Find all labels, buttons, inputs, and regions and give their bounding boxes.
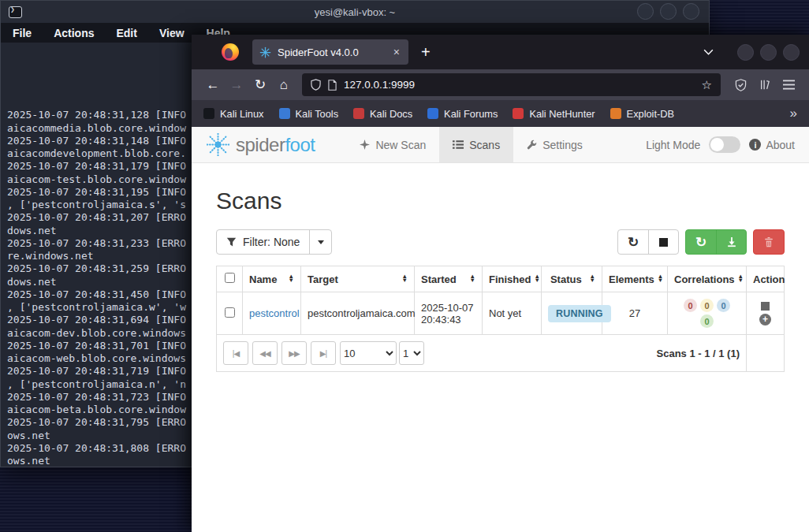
tab-list-chevron-icon[interactable] [703, 49, 714, 55]
column-header-finished[interactable]: Finished [489, 273, 531, 285]
logo-text-foot: foot [285, 134, 315, 155]
terminal-menu-item[interactable]: View [159, 27, 185, 39]
export-scans-button[interactable] [716, 230, 746, 254]
bookmark-label: Kali Docs [370, 108, 412, 120]
nav-settings[interactable]: Settings [513, 127, 596, 162]
terminal-maximize-button[interactable] [660, 3, 677, 20]
scan-name-link[interactable]: pestcontrol [249, 307, 300, 319]
browser-minimize-button[interactable] [737, 44, 754, 61]
filter-button[interactable]: Filter: None [216, 229, 332, 255]
page-size-select[interactable]: 10 [340, 341, 397, 365]
page-title: Scans [216, 188, 785, 214]
spiderfoot-navbar: spiderfoot New Scan Scans Settings [192, 127, 809, 163]
bookmark-item[interactable]: Exploit-DB [610, 108, 674, 120]
terminal-window-controls [637, 3, 699, 20]
browser-close-button[interactable] [783, 44, 800, 61]
delete-scans-button[interactable] [753, 229, 785, 255]
column-header-correlations[interactable]: Correlations [674, 273, 735, 285]
tab-close-icon[interactable]: × [392, 46, 401, 58]
select-all-checkbox[interactable] [225, 273, 235, 283]
terminal-menu-item[interactable]: Actions [54, 27, 94, 39]
column-header-status[interactable]: Status [550, 273, 582, 285]
shield-check-icon[interactable] [735, 79, 747, 91]
download-icon [726, 236, 737, 247]
browser-tab-bar: SpiderFoot v4.0.0 × + [192, 35, 809, 69]
page-select[interactable]: 1 [399, 341, 424, 365]
shield-icon[interactable] [311, 79, 321, 91]
row-checkbox[interactable] [225, 307, 235, 318]
rerun-scan-button[interactable]: + [759, 314, 771, 326]
column-header-started[interactable]: Started [421, 273, 457, 285]
terminal-titlebar[interactable]: yesi@kali-vbox: ~ [1, 1, 709, 23]
filter-label: Filter: None [243, 236, 300, 248]
sort-icon[interactable]: ▲▼ [531, 275, 539, 282]
refresh-scans-button[interactable]: ↻ [618, 230, 648, 254]
sort-icon[interactable]: ▲▼ [399, 275, 408, 282]
menu-hamburger-icon[interactable] [783, 80, 795, 90]
url-text[interactable]: 127.0.0.1:9999 [344, 79, 415, 91]
bookmark-item[interactable]: Kali Tools [279, 108, 339, 120]
new-tab-button[interactable]: + [421, 43, 431, 61]
sort-icon[interactable]: ▲▼ [654, 275, 663, 282]
back-button[interactable]: ← [201, 78, 225, 91]
bookmarks-list: Kali Linux Kali Tools Kali Docs [203, 108, 674, 120]
scan-elements-count: 27 [602, 292, 668, 335]
filter-dropdown-toggle[interactable] [309, 230, 331, 254]
terminal-close-button[interactable] [683, 3, 699, 20]
bookmark-item[interactable]: Kali NetHunter [513, 108, 595, 120]
rerun-export-group: ↻ [685, 229, 747, 255]
home-button[interactable]: ⌂ [272, 78, 296, 91]
settings-wrench-icon [527, 140, 537, 150]
nav-scans-label: Scans [469, 139, 500, 151]
browser-tab[interactable]: SpiderFoot v4.0.0 × [252, 39, 408, 65]
last-page-button[interactable]: ▶| [311, 341, 336, 365]
filter-button-main[interactable]: Filter: None [217, 230, 309, 254]
browser-window-controls [737, 44, 800, 61]
light-mode-toggle[interactable] [709, 136, 740, 153]
column-header-name[interactable]: Name [249, 273, 277, 285]
navbar-right: Light Mode i About [646, 127, 809, 162]
rerun-scans-button[interactable]: ↻ [686, 230, 716, 254]
first-page-button[interactable]: |◀ [223, 341, 248, 365]
sort-icon[interactable]: ▲▼ [285, 275, 294, 282]
bookmark-star-icon[interactable]: ☆ [702, 78, 712, 92]
page-info-icon[interactable] [328, 80, 337, 91]
column-header-elements[interactable]: Elements [609, 273, 654, 285]
stop-icon [659, 238, 668, 247]
library-icon[interactable] [759, 79, 770, 91]
about-link[interactable]: i About [749, 139, 795, 151]
correlation-info-badge: 0 [700, 314, 714, 328]
sort-icon[interactable]: ▲▼ [587, 275, 595, 282]
bookmark-label: Kali Forums [444, 108, 498, 120]
bookmark-favicon [203, 108, 214, 119]
bookmark-item[interactable]: Kali Forums [427, 108, 498, 120]
bookmark-item[interactable]: Kali Linux [203, 108, 264, 120]
toolbar-right-icons [727, 79, 800, 91]
browser-maximize-button[interactable] [760, 44, 777, 61]
sort-icon[interactable]: ▲▼ [467, 275, 475, 282]
nav-new-scan[interactable]: New Scan [346, 127, 439, 162]
sort-icon[interactable]: ▲▼ [735, 275, 744, 282]
reload-button[interactable]: ↻ [248, 78, 272, 91]
next-page-button[interactable]: ▶▶ [281, 341, 307, 365]
url-bar[interactable]: 127.0.0.1:9999 ☆ [302, 73, 721, 96]
column-header-target[interactable]: Target [308, 273, 338, 285]
spiderfoot-logo[interactable]: spiderfoot [192, 127, 315, 162]
bookmark-label: Exploit-DB [627, 108, 674, 120]
prev-page-button[interactable]: ◀◀ [252, 341, 278, 365]
terminal-minimize-button[interactable] [637, 3, 654, 20]
new-scan-icon [360, 140, 370, 150]
bookmarks-overflow-chevron[interactable]: » [790, 106, 797, 121]
stop-scans-button[interactable] [648, 230, 678, 254]
stop-scan-button[interactable] [761, 302, 770, 311]
nav-scans[interactable]: Scans [439, 127, 513, 162]
terminal-menu-item[interactable]: Edit [116, 27, 136, 39]
light-mode-label: Light Mode [646, 139, 700, 151]
bookmark-label: Kali Tools [296, 108, 339, 120]
pagination: |◀ ◀◀ ▶▶ ▶| 10 1 Scans 1 - 1 / 1 (1) [223, 341, 740, 365]
bookmark-favicon [610, 108, 621, 119]
bookmark-item[interactable]: Kali Docs [353, 108, 412, 120]
terminal-menu-item[interactable]: File [13, 27, 32, 39]
firefox-logo-icon[interactable] [222, 43, 239, 61]
forward-button[interactable]: → [225, 78, 248, 91]
